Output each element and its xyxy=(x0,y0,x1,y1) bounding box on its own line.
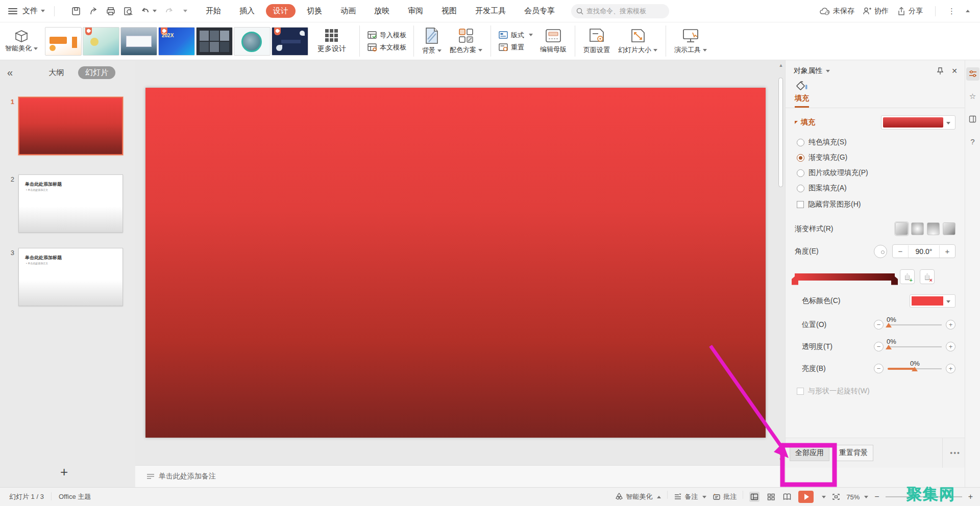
slide-thumbnail-3[interactable]: 3 单击此处添加标题 • 单击此处添加正文 xyxy=(6,248,135,306)
template-thumb-6[interactable] xyxy=(234,27,271,56)
brightness-increase-button[interactable]: + xyxy=(946,364,955,373)
angle-knob[interactable] xyxy=(874,245,887,258)
object-properties-strip-icon[interactable] xyxy=(966,67,979,81)
slide-thumb-canvas[interactable]: 单击此处添加标题 • 单击此处添加正文 xyxy=(18,248,123,306)
position-slider-handle[interactable] xyxy=(886,323,892,327)
save-icon[interactable] xyxy=(71,6,81,16)
tab-transition[interactable]: 切换 xyxy=(300,4,329,18)
layout-button[interactable]: 版式 xyxy=(498,31,533,40)
prev-slide-icon[interactable]: ▲ xyxy=(778,450,784,457)
transparency-decrease-button[interactable]: − xyxy=(874,342,884,351)
scrollbar-thumb[interactable] xyxy=(778,78,783,187)
checkbox-hide-background[interactable]: 隐藏背景图形(H) xyxy=(797,200,955,209)
print-preview-icon[interactable] xyxy=(123,6,133,16)
file-panel-icon[interactable] xyxy=(966,112,979,125)
import-template-button[interactable]: 导入模板 xyxy=(367,31,406,40)
present-tools-button[interactable]: 演示工具 xyxy=(670,22,711,60)
gradient-stop-bar[interactable] xyxy=(795,273,895,281)
remove-gradient-stop-button[interactable]: × xyxy=(920,269,935,284)
theme-name[interactable]: Office 主题 xyxy=(59,492,91,501)
slide-canvas[interactable] xyxy=(145,88,766,438)
position-decrease-button[interactable]: − xyxy=(874,320,884,330)
add-gradient-stop-button[interactable]: + xyxy=(900,269,915,284)
template-thumb-5[interactable] xyxy=(196,27,233,56)
edit-master-button[interactable]: 编辑母版 xyxy=(536,22,571,60)
notes-toggle-button[interactable]: 备注 xyxy=(674,492,706,501)
color-scheme-button[interactable]: 配色方案 xyxy=(446,22,486,60)
undo-icon[interactable] xyxy=(140,6,157,16)
close-icon[interactable]: ✕ xyxy=(951,67,958,75)
tab-animation[interactable]: 动画 xyxy=(333,4,363,18)
page-setup-button[interactable]: 页面设置 xyxy=(579,22,614,60)
collapse-sidebar-button[interactable]: « xyxy=(7,67,13,79)
apply-all-button[interactable]: 全部应用 xyxy=(790,445,829,461)
more-design-button[interactable]: 更多设计 xyxy=(308,22,355,60)
radio-pattern-fill[interactable]: 图案填充(A) xyxy=(797,184,955,193)
stop-color-picker[interactable] xyxy=(910,294,955,308)
brightness-decrease-button[interactable]: − xyxy=(874,364,884,373)
vertical-scrollbar[interactable]: ▲ ▲ ▼ xyxy=(778,62,784,463)
search-input[interactable]: 查找命令、搜索模板 xyxy=(571,4,669,18)
window-more-icon[interactable]: ⋮ xyxy=(948,7,955,16)
play-options-icon[interactable] xyxy=(822,496,826,498)
template-thumb-4[interactable]: 202X xyxy=(158,27,195,56)
doc-template-button[interactable]: 本文模板 xyxy=(367,43,406,52)
reset-button[interactable]: 重置 xyxy=(498,43,524,52)
save-status[interactable]: 未保存 xyxy=(819,7,854,16)
tab-member[interactable]: 会员专享 xyxy=(517,4,562,18)
panel-more-button[interactable]: ••• xyxy=(942,438,961,468)
angle-increase-button[interactable]: + xyxy=(940,245,955,258)
next-slide-icon[interactable]: ▼ xyxy=(778,457,784,463)
comments-button[interactable]: 批注 xyxy=(713,492,737,501)
add-slide-button[interactable]: + xyxy=(60,464,68,480)
tab-view[interactable]: 视图 xyxy=(434,4,464,18)
slide-size-button[interactable]: 幻灯片大小 xyxy=(614,22,662,60)
tab-slideshow[interactable]: 放映 xyxy=(367,4,397,18)
template-thumb-2[interactable] xyxy=(83,27,119,56)
help-icon[interactable]: ? xyxy=(966,135,979,148)
print-icon[interactable] xyxy=(106,6,116,16)
export-icon[interactable] xyxy=(88,6,99,16)
position-increase-button[interactable]: + xyxy=(946,320,955,330)
zoom-out-button[interactable]: − xyxy=(874,492,879,501)
redo-icon[interactable] xyxy=(164,6,174,16)
fit-to-window-button[interactable] xyxy=(832,493,840,500)
notes-bar[interactable]: 单击此处添加备注 xyxy=(135,465,785,487)
tab-slides[interactable]: 幻灯片 xyxy=(78,66,115,79)
angle-value[interactable]: 90.0° xyxy=(908,245,940,258)
gradient-stop-handle-right[interactable] xyxy=(891,276,898,285)
gradient-style-radial-center[interactable] xyxy=(911,222,924,235)
slide-thumb-canvas[interactable]: 单击此处添加标题 • 单击此处添加正文 xyxy=(18,174,123,233)
panel-title-menu[interactable]: 对象属性 xyxy=(794,66,830,75)
zoom-in-button[interactable]: + xyxy=(968,492,973,501)
tab-review[interactable]: 审阅 xyxy=(401,4,430,18)
template-thumb-1[interactable] xyxy=(45,27,82,56)
fill-section-header[interactable]: 填充 xyxy=(795,115,955,130)
tab-home[interactable]: 开始 xyxy=(199,4,228,18)
panel-tab-fill[interactable]: 填充 xyxy=(795,81,809,108)
gradient-style-linear[interactable] xyxy=(895,222,908,235)
collaborate-button[interactable]: 协作 xyxy=(863,7,889,16)
pin-icon[interactable] xyxy=(936,67,944,75)
template-thumb-3[interactable] xyxy=(120,27,157,56)
template-thumb-7[interactable] xyxy=(272,27,308,56)
hamburger-menu-icon[interactable] xyxy=(8,8,17,14)
quickbar-more-icon[interactable] xyxy=(181,10,187,12)
zoom-level[interactable]: 75% xyxy=(846,493,868,501)
slide-thumbnail-2[interactable]: 2 单击此处添加标题 • 单击此处添加正文 xyxy=(6,174,135,233)
slide-thumbnail-1[interactable]: 1 xyxy=(6,97,135,155)
collapse-ribbon-icon[interactable] xyxy=(966,10,970,12)
brightness-slider[interactable]: 0% xyxy=(888,368,942,369)
position-slider[interactable]: 0% xyxy=(888,324,942,325)
gradient-stop-handle-left[interactable] xyxy=(792,276,798,285)
reading-view-button[interactable] xyxy=(782,492,792,502)
smart-beautify-status-button[interactable]: 智能美化 xyxy=(615,492,661,501)
brightness-slider-handle[interactable] xyxy=(912,367,918,371)
tab-design[interactable]: 设计 xyxy=(266,4,296,18)
play-slideshow-button[interactable] xyxy=(798,491,814,503)
background-button[interactable]: 背景 xyxy=(418,22,446,60)
fill-gradient-picker[interactable] xyxy=(881,115,955,130)
share-button[interactable]: 分享 xyxy=(897,7,923,16)
tab-outline[interactable]: 大纲 xyxy=(41,66,71,79)
gradient-style-diagonal[interactable] xyxy=(943,222,955,235)
